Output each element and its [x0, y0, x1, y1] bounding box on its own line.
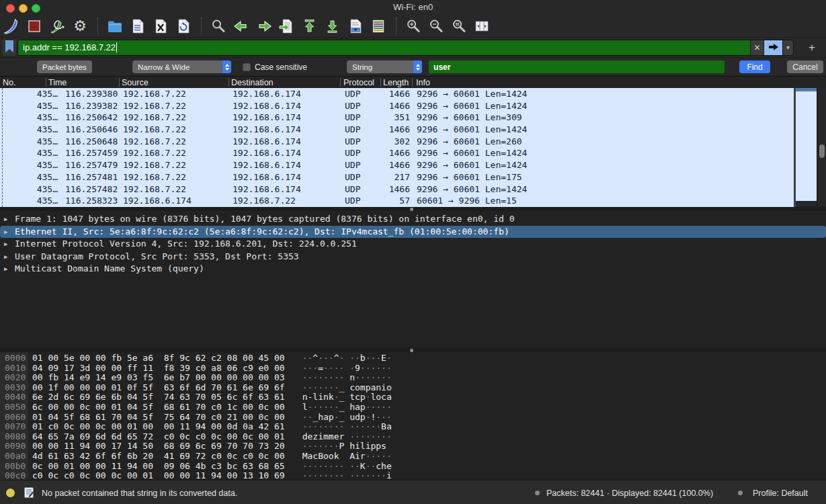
- packet-row[interactable]: 435…116.250648192.168.7.22192.168.6.174U…: [0, 136, 794, 148]
- packet-row[interactable]: 435…116.257481192.168.7.22192.168.6.174U…: [0, 171, 794, 183]
- search-type-select[interactable]: String: [347, 60, 422, 73]
- stop-capture-button[interactable]: [26, 17, 43, 35]
- filter-dropdown-caret[interactable]: ▾: [782, 40, 793, 55]
- capture-options-button[interactable]: ⚙: [71, 17, 89, 35]
- packet-row[interactable]: 435…116.250646192.168.7.22192.168.6.174U…: [0, 124, 794, 136]
- save-document-icon: [129, 17, 147, 35]
- expand-arrow-icon[interactable]: ▶: [4, 213, 7, 226]
- zoom-in-button[interactable]: [405, 17, 422, 35]
- profile-label[interactable]: Profile: Default: [753, 489, 808, 498]
- go-to-packet-button[interactable]: [278, 17, 296, 35]
- filter-bookmark-button[interactable]: [3, 40, 16, 56]
- zoom-reset-button[interactable]: [450, 17, 468, 35]
- search-scope-select[interactable]: Packet bytes: [37, 60, 92, 73]
- packet-row[interactable]: 435…116.239380192.168.7.22192.168.6.174U…: [0, 88, 794, 100]
- column-divider[interactable]: [380, 78, 381, 87]
- column-divider[interactable]: [119, 78, 120, 87]
- packet-list-scrollbar[interactable]: [818, 88, 826, 207]
- colorize-button[interactable]: [370, 17, 387, 35]
- column-header-protocol[interactable]: Protocol: [343, 78, 374, 87]
- detail-row[interactable]: ▶Ethernet II, Src: 5e:a6:8f:9c:62:c2 (5e…: [0, 226, 826, 239]
- column-header-destination[interactable]: Destination: [231, 78, 274, 87]
- column-header-length[interactable]: Length: [383, 78, 411, 87]
- expand-arrow-icon[interactable]: ▶: [4, 263, 7, 276]
- cancel-button[interactable]: Cancel: [787, 60, 823, 73]
- hex-row[interactable]: 009000 00 11 94 00 17 14 50 68 69 6c 69 …: [0, 442, 826, 452]
- last-packet-button[interactable]: [324, 17, 341, 35]
- filter-text: ip.addr == 192.168.7.22: [23, 42, 116, 52]
- hex-row[interactable]: 006001 04 5f 68 61 70 04 5f 75 64 70 c0 …: [0, 413, 826, 423]
- detail-row[interactable]: ▶User Datagram Protocol, Src Port: 5353,…: [0, 251, 826, 263]
- column-divider[interactable]: [340, 78, 341, 87]
- find-button[interactable]: Find: [739, 60, 770, 73]
- stepper-icon: [222, 60, 231, 73]
- hex-row[interactable]: 008064 65 7a 69 6d 6d 65 72 c0 0c c0 0c …: [0, 432, 826, 442]
- case-sensitive-checkbox[interactable]: [243, 63, 251, 71]
- packet-row[interactable]: 435…116.257459192.168.7.22192.168.6.174U…: [0, 147, 794, 159]
- find-packet-button[interactable]: [210, 17, 227, 35]
- packet-list-header: No. Time Source Destination Protocol Len…: [0, 76, 826, 88]
- hex-row[interactable]: 003000 1f 00 00 00 01 0f 5f 63 6f 6d 70 …: [0, 383, 826, 393]
- go-back-button[interactable]: [233, 17, 250, 35]
- filter-clear-button[interactable]: ✕: [750, 40, 763, 55]
- column-header-time[interactable]: Time: [48, 78, 67, 87]
- reload-file-button[interactable]: [175, 17, 192, 35]
- resize-columns-button[interactable]: [473, 17, 491, 35]
- packet-row[interactable]: 435…116.257479192.168.7.22192.168.6.174U…: [0, 159, 794, 171]
- hex-row[interactable]: 00a04d 61 63 42 6f 6f 6b 20 41 69 72 c0 …: [0, 452, 826, 462]
- display-filter-bar: ip.addr == 192.168.7.22 ✕ ▾ +: [0, 37, 826, 57]
- title-bar: Wi-Fi: en0: [0, 0, 826, 15]
- column-divider[interactable]: [46, 78, 46, 87]
- intelligent-scrollbar-minimap[interactable]: [796, 88, 817, 207]
- expand-arrow-icon[interactable]: ▶: [4, 238, 7, 251]
- expand-arrow-icon[interactable]: ▶: [4, 251, 7, 263]
- search-width-select[interactable]: Narrow & Wide: [132, 60, 231, 73]
- packet-list: 435…116.239380192.168.7.22192.168.6.174U…: [0, 88, 826, 207]
- detail-row[interactable]: ▶Multicast Domain Name System (query): [0, 263, 826, 276]
- first-packet-button[interactable]: [301, 17, 319, 35]
- column-header-no[interactable]: No.: [3, 78, 15, 87]
- capture-file-properties-icon[interactable]: [24, 487, 34, 500]
- restart-capture-button[interactable]: [48, 17, 66, 35]
- hex-row[interactable]: 00c0c0 0c c0 0c 00 0c 00 01 00 00 11 94 …: [0, 471, 826, 480]
- save-file-button[interactable]: [129, 17, 147, 35]
- expert-info-icon[interactable]: [6, 489, 15, 497]
- column-header-info[interactable]: Info: [416, 78, 430, 87]
- hex-row[interactable]: 002000 fb 14 e9 14 e9 03 f5 6e b7 00 00 …: [0, 373, 826, 383]
- packet-bytes-pane: 000001 00 5e 00 00 fb 5e a6 8f 9c 62 c2 …: [0, 352, 826, 480]
- open-file-button[interactable]: [106, 17, 124, 35]
- detail-row[interactable]: ▶Internet Protocol Version 4, Src: 192.1…: [0, 238, 826, 251]
- packet-row[interactable]: 435…116.239382192.168.7.22192.168.6.174U…: [0, 100, 794, 112]
- expand-arrow-icon[interactable]: ▶: [4, 226, 7, 239]
- hex-row[interactable]: 001004 09 17 3d 00 00 ff 11 f8 39 c0 a8 …: [0, 364, 826, 374]
- packet-row[interactable]: 435…116.250642192.168.7.22192.168.6.174U…: [0, 112, 794, 124]
- auto-scroll-button[interactable]: [347, 17, 364, 35]
- list-details-splitter[interactable]: [0, 207, 826, 211]
- column-divider[interactable]: [229, 78, 229, 87]
- find-toolbar: Packet bytes Narrow & Wide Case sensitiv…: [0, 57, 826, 76]
- scrollbar-thumb[interactable]: [819, 144, 825, 158]
- find-query-text: user: [433, 62, 450, 72]
- hex-row[interactable]: 00406e 2d 6c 69 6e 6b 04 5f 74 63 70 05 …: [0, 392, 826, 403]
- hex-row[interactable]: 00506c 00 00 0c 00 01 04 5f 68 61 70 c0 …: [0, 403, 826, 413]
- hex-row[interactable]: 00b00c 00 01 00 00 11 94 00 09 06 4b c3 …: [0, 462, 826, 472]
- close-file-button[interactable]: [152, 17, 169, 35]
- hex-row[interactable]: 000001 00 5e 00 00 fb 5e a6 8f 9c 62 c2 …: [0, 353, 826, 364]
- case-sensitive-label: Case sensitive: [255, 62, 307, 72]
- filter-apply-button[interactable]: [763, 40, 782, 55]
- gear-icon: ⚙: [73, 17, 87, 35]
- packet-row[interactable]: 435…116.258323192.168.6.174192.168.7.22U…: [0, 195, 794, 207]
- display-filter-input[interactable]: ip.addr == 192.168.7.22: [18, 40, 750, 55]
- find-query-input[interactable]: user: [429, 60, 725, 73]
- packet-row[interactable]: 435…116.257482192.168.7.22192.168.6.174U…: [0, 183, 794, 196]
- column-header-source[interactable]: Source: [122, 78, 149, 87]
- filter-add-button[interactable]: +: [803, 41, 821, 54]
- hex-row[interactable]: 007001 c0 0c 00 0c 00 01 00 00 11 94 00 …: [0, 422, 826, 432]
- zoom-out-button[interactable]: [427, 17, 445, 35]
- column-divider[interactable]: [412, 78, 413, 87]
- go-forward-button[interactable]: [255, 17, 273, 35]
- stepper-icon: [413, 60, 422, 73]
- start-capture-button[interactable]: [3, 17, 20, 35]
- splitter-handle-icon[interactable]: [410, 208, 413, 211]
- detail-row[interactable]: ▶Frame 1: 1047 bytes on wire (8376 bits)…: [0, 213, 826, 226]
